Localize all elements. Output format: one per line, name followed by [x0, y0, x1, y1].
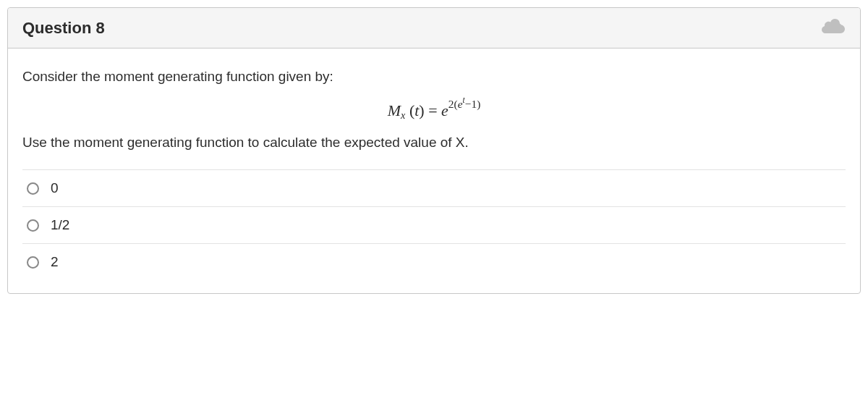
option-label: 1/2: [51, 217, 69, 233]
formula-exponent: 2(et−1): [448, 98, 480, 110]
option-label: 2: [51, 254, 59, 270]
formula-exp-num: 2(: [448, 98, 458, 110]
option-row[interactable]: 1/2: [22, 207, 846, 244]
radio-icon: [27, 182, 39, 195]
radio-icon: [27, 256, 39, 269]
question-header: Question 8: [8, 8, 860, 49]
formula-e2: e: [458, 98, 463, 110]
radio-icon: [27, 219, 39, 232]
question-title: Question 8: [22, 19, 105, 38]
question-body: Consider the moment generating function …: [8, 49, 860, 293]
formula-t-close: ) =: [419, 101, 441, 119]
option-row[interactable]: 2: [22, 244, 846, 280]
formula-M: M: [388, 101, 401, 119]
formula: Mx (t) = e2(et−1): [22, 95, 846, 122]
question-card: Question 8 Consider the moment generatin…: [7, 7, 861, 294]
option-row[interactable]: 0: [22, 170, 846, 207]
formula-e1: e: [441, 101, 448, 119]
formula-exp-tail: −1): [465, 98, 481, 110]
option-label: 0: [51, 180, 59, 196]
prompt-lead: Consider the moment generating function …: [22, 69, 846, 85]
options-list: 0 1/2 2: [22, 169, 846, 280]
formula-t-open: (: [405, 101, 414, 119]
prompt-follow: Use the moment generating function to ca…: [22, 135, 846, 151]
cloud-icon: [821, 18, 846, 38]
